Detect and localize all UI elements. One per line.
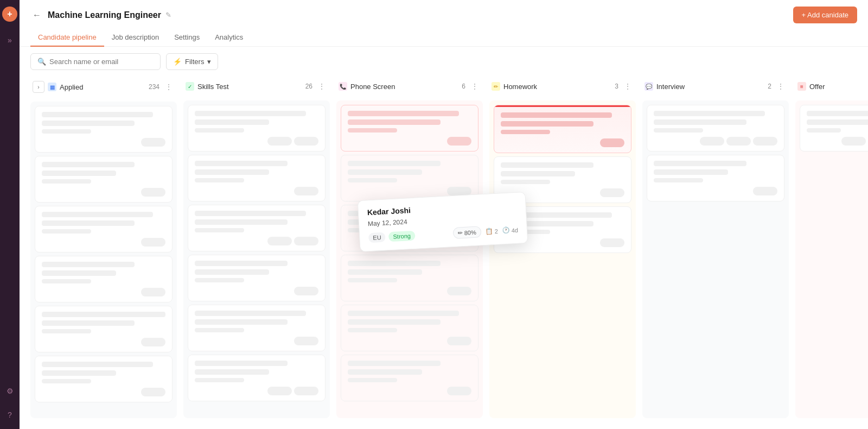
skills-icon: ✓ bbox=[186, 82, 194, 91]
table-row[interactable] bbox=[800, 105, 868, 152]
offer-icon: ≡ bbox=[797, 82, 806, 91]
table-row[interactable] bbox=[188, 155, 326, 201]
applied-cards bbox=[30, 102, 177, 418]
table-row[interactable] bbox=[35, 156, 173, 203]
phone-cards bbox=[336, 100, 483, 418]
applied-title: Applied bbox=[60, 83, 145, 91]
column-header-homework: ✏ Homework 3 ⋮ bbox=[489, 77, 636, 96]
header-top: ← Machine Learning Engineer ✎ + Add cani… bbox=[30, 7, 857, 23]
tab-job-description[interactable]: Job description bbox=[104, 29, 167, 47]
applied-icon: ▦ bbox=[48, 83, 56, 91]
card-time: 🕐 4d bbox=[502, 226, 518, 235]
search-input[interactable] bbox=[49, 58, 154, 66]
settings-icon[interactable]: ⚙ bbox=[2, 383, 17, 399]
search-box[interactable]: 🔍 bbox=[30, 53, 161, 70]
column-header-applied: › ▦ Applied 234 ⋮ bbox=[30, 77, 177, 97]
table-row[interactable] bbox=[341, 305, 478, 351]
column-expand-button[interactable]: › bbox=[33, 81, 44, 93]
phone-count: 6 bbox=[462, 83, 465, 90]
help-icon[interactable]: ? bbox=[2, 407, 17, 422]
column-homework: ✏ Homework 3 ⋮ bbox=[489, 77, 636, 418]
sidebar-logo[interactable]: + bbox=[2, 7, 17, 22]
homework-cards bbox=[489, 100, 636, 418]
score-badge: ✏ 80% bbox=[452, 226, 481, 239]
homework-icon: ✏ bbox=[492, 82, 500, 91]
card-tags: EU Strong bbox=[368, 230, 416, 242]
table-row[interactable] bbox=[35, 356, 173, 402]
table-row[interactable] bbox=[188, 105, 326, 152]
table-row[interactable] bbox=[188, 255, 326, 301]
column-header-skills: ✓ Skills Test 26 ⋮ bbox=[183, 77, 330, 96]
skills-menu-icon[interactable]: ⋮ bbox=[316, 81, 328, 92]
tabs: Candidate pipeline Job description Setti… bbox=[30, 29, 857, 46]
skills-title: Skills Test bbox=[197, 83, 302, 91]
offer-title: Offer bbox=[809, 83, 868, 91]
homework-title: Homework bbox=[503, 83, 611, 91]
filter-chevron-icon: ▾ bbox=[207, 58, 211, 66]
phone-icon: 📞 bbox=[339, 82, 347, 91]
interview-title: Interview bbox=[656, 83, 764, 91]
card-meta: 📋 2 🕐 4d bbox=[485, 226, 518, 235]
table-row[interactable] bbox=[35, 306, 173, 352]
title-row: ← Machine Learning Engineer ✎ bbox=[30, 9, 171, 21]
tab-settings[interactable]: Settings bbox=[167, 29, 207, 47]
column-interview: 💬 Interview 2 ⋮ bbox=[642, 77, 789, 418]
search-icon: 🔍 bbox=[37, 58, 46, 66]
tab-candidate-pipeline[interactable]: Candidate pipeline bbox=[30, 29, 104, 47]
table-row[interactable] bbox=[341, 255, 478, 301]
kanban-board: › ▦ Applied 234 ⋮ bbox=[20, 77, 868, 429]
phone-title: Phone Screen bbox=[350, 83, 458, 91]
homework-count: 3 bbox=[615, 83, 618, 90]
edit-icon[interactable]: ✎ bbox=[165, 11, 171, 19]
main-content: ← Machine Learning Engineer ✎ + Add cani… bbox=[20, 0, 868, 429]
highlighted-card-kedar[interactable]: Kedar Joshi May 12, 2024 EU Strong ✏ 80%… bbox=[358, 192, 528, 252]
table-row[interactable] bbox=[341, 105, 478, 152]
skills-cards bbox=[183, 100, 330, 418]
tag-strong: Strong bbox=[388, 230, 415, 242]
filter-label: Filters bbox=[185, 58, 204, 66]
applied-menu-icon[interactable]: ⋮ bbox=[163, 81, 175, 92]
homework-menu-icon[interactable]: ⋮ bbox=[622, 81, 634, 92]
table-row[interactable] bbox=[188, 355, 326, 401]
table-row[interactable] bbox=[647, 105, 784, 152]
column-skills-test: ✓ Skills Test 26 ⋮ bbox=[183, 77, 330, 418]
table-row[interactable] bbox=[35, 206, 173, 253]
column-header-phone: 📞 Phone Screen 6 ⋮ bbox=[336, 77, 483, 96]
filter-button[interactable]: ⚡ Filters ▾ bbox=[166, 53, 218, 70]
table-row[interactable] bbox=[341, 155, 478, 201]
table-row[interactable] bbox=[494, 105, 631, 153]
column-header-offer: ≡ Offer ⋮ bbox=[795, 77, 868, 96]
add-candidate-button[interactable]: + Add canidate bbox=[793, 7, 857, 23]
table-row[interactable] bbox=[35, 106, 173, 153]
table-row[interactable] bbox=[647, 155, 784, 201]
interview-icon: 💬 bbox=[644, 82, 653, 91]
sidebar-expand-icon[interactable]: » bbox=[2, 33, 17, 48]
table-row[interactable] bbox=[341, 355, 478, 401]
header: ← Machine Learning Engineer ✎ + Add cani… bbox=[20, 0, 868, 47]
card-count-icon: 📋 bbox=[485, 228, 493, 235]
skills-count: 26 bbox=[305, 83, 312, 90]
card-count: 📋 2 bbox=[485, 228, 498, 235]
score-value: 80% bbox=[464, 229, 476, 236]
column-header-interview: 💬 Interview 2 ⋮ bbox=[642, 77, 789, 96]
toolbar: 🔍 ⚡ Filters ▾ bbox=[20, 47, 868, 77]
column-offer: ≡ Offer ⋮ bbox=[795, 77, 868, 418]
card-time-icon: 🕐 bbox=[502, 227, 510, 235]
filter-icon: ⚡ bbox=[173, 58, 182, 66]
column-applied: › ▦ Applied 234 ⋮ bbox=[30, 77, 177, 418]
sidebar: + » ⚙ ? bbox=[0, 0, 20, 429]
table-row[interactable] bbox=[35, 256, 173, 302]
interview-menu-icon[interactable]: ⋮ bbox=[775, 81, 787, 92]
interview-count: 2 bbox=[768, 83, 771, 90]
back-button[interactable]: ← bbox=[30, 9, 43, 21]
table-row[interactable] bbox=[188, 305, 326, 351]
tag-eu: EU bbox=[368, 232, 386, 243]
tab-analytics[interactable]: Analytics bbox=[207, 29, 251, 47]
table-row[interactable] bbox=[188, 205, 326, 251]
applied-count: 234 bbox=[149, 83, 159, 91]
interview-cards bbox=[642, 100, 789, 418]
phone-menu-icon[interactable]: ⋮ bbox=[469, 81, 481, 92]
score-icon: ✏ bbox=[457, 229, 463, 236]
page-title: Machine Learning Engineer bbox=[48, 10, 161, 20]
offer-cards bbox=[795, 100, 868, 418]
